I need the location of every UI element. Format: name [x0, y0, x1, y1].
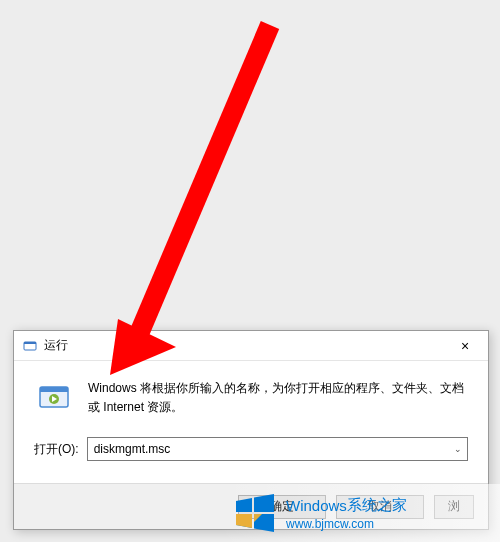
desktop-background: 运行 × Windows 将根据你所输入的名称，为你打开相应的程序、文件夹、文档… — [0, 0, 500, 542]
svg-rect-5 — [40, 387, 68, 392]
watermark: Windows 系统之家 www.bjmcw.com — [220, 484, 500, 542]
windows-logo-icon — [230, 489, 278, 537]
close-button[interactable]: × — [450, 336, 480, 356]
watermark-title: Windows 系统之家 — [286, 496, 407, 515]
watermark-brand-suffix: 系统之家 — [347, 496, 407, 515]
watermark-url: www.bjmcw.com — [286, 517, 407, 531]
dialog-titlebar[interactable]: 运行 × — [14, 331, 488, 361]
dialog-info: Windows 将根据你所输入的名称，为你打开相应的程序、文件夹、文档或 Int… — [34, 377, 468, 417]
watermark-brand-prefix: Windows — [286, 497, 347, 514]
run-program-icon — [34, 377, 74, 417]
watermark-text: Windows 系统之家 www.bjmcw.com — [286, 496, 407, 531]
run-title-icon — [22, 338, 38, 354]
open-label: 打开(O): — [34, 441, 79, 458]
chevron-down-icon[interactable]: ⌄ — [449, 438, 467, 460]
dialog-title: 运行 — [44, 337, 450, 354]
dialog-body: Windows 将根据你所输入的名称，为你打开相应的程序、文件夹、文档或 Int… — [14, 361, 488, 461]
red-arrow-annotation — [100, 15, 280, 375]
svg-rect-2 — [24, 342, 36, 344]
open-combobox[interactable]: ⌄ — [87, 437, 468, 461]
dialog-description: Windows 将根据你所输入的名称，为你打开相应的程序、文件夹、文档或 Int… — [88, 377, 468, 417]
open-input-row: 打开(O): ⌄ — [34, 437, 468, 461]
open-input[interactable] — [88, 438, 449, 460]
